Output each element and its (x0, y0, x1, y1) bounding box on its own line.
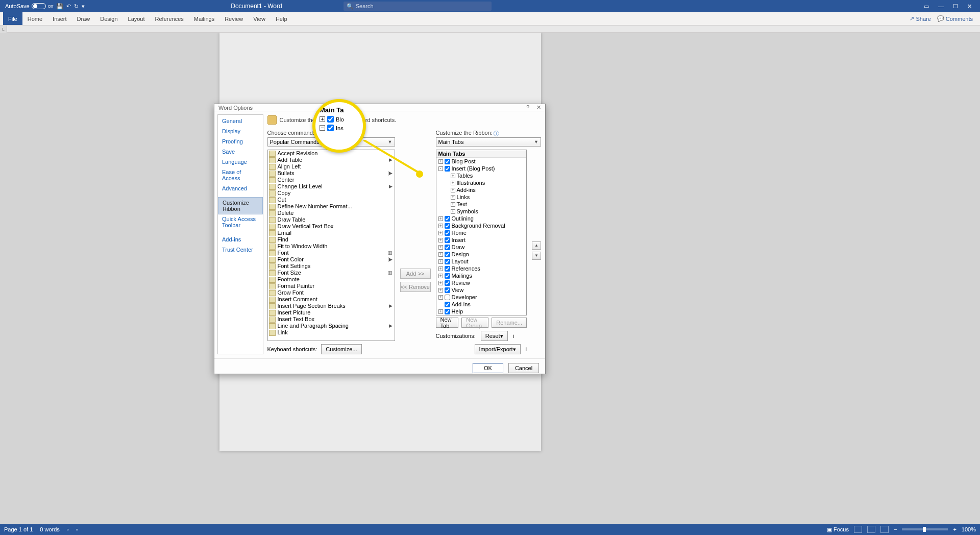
rename-button[interactable]: Rename... (492, 318, 527, 328)
tree-checkbox[interactable] (445, 287, 450, 293)
tab-review[interactable]: Review (219, 12, 248, 25)
remove-button[interactable]: << Remove (400, 282, 431, 292)
search-box[interactable]: 🔍 Search (344, 2, 492, 11)
tree-item[interactable]: +Symbols (436, 208, 526, 215)
tab-insert[interactable]: Insert (47, 12, 72, 25)
nav-item-customize-ribbon[interactable]: Customize Ribbon (218, 197, 263, 214)
tree-item[interactable]: +Layout (436, 258, 526, 265)
tree-checkbox[interactable] (445, 252, 450, 257)
cancel-button[interactable]: Cancel (508, 363, 539, 373)
page-indicator[interactable]: Page 1 of 1 (4, 526, 33, 532)
maximize-icon[interactable]: ☐ (953, 3, 958, 10)
nav-item-advanced[interactable]: Advanced (218, 183, 263, 193)
tree-checkbox[interactable] (445, 166, 450, 172)
nav-item-add-ins[interactable]: Add-ins (218, 234, 263, 245)
expand-icon[interactable]: + (438, 288, 443, 293)
autosave-toggle[interactable]: AutoSave Off (5, 3, 53, 9)
tree-item[interactable]: -Insert (Blog Post) (436, 165, 526, 172)
expand-icon[interactable]: + (438, 216, 443, 221)
expand-icon[interactable]: + (438, 231, 443, 235)
nav-item-general[interactable]: General (218, 116, 263, 126)
reset-button[interactable]: Reset ▾ (481, 331, 508, 341)
tree-checkbox[interactable] (445, 295, 450, 300)
share-button[interactable]: ↗ Share (910, 15, 930, 22)
move-up-button[interactable]: ▲ (532, 241, 541, 250)
tree-item[interactable]: +Mailings (436, 272, 526, 279)
tree-checkbox[interactable] (445, 245, 450, 250)
tree-item[interactable]: +Draw (436, 244, 526, 251)
expand-icon[interactable]: + (438, 309, 443, 314)
tree-item[interactable]: +Illustrations (436, 179, 526, 186)
command-item[interactable]: Grow Font (268, 289, 395, 296)
nav-item-display[interactable]: Display (218, 126, 263, 136)
web-layout-icon[interactable] (880, 526, 889, 533)
tab-home[interactable]: Home (22, 12, 47, 25)
tree-checkbox[interactable] (445, 259, 450, 264)
tree-checkbox[interactable] (445, 230, 450, 236)
expand-icon[interactable]: + (438, 252, 443, 257)
command-item[interactable]: Add Table▶ (268, 157, 395, 163)
tree-item[interactable]: +Links (436, 193, 526, 201)
command-item[interactable]: Link (268, 329, 395, 336)
nav-item-save[interactable]: Save (218, 147, 263, 157)
command-item[interactable]: Footnote (268, 276, 395, 283)
zoom-out-button[interactable]: − (894, 526, 897, 532)
tree-item[interactable]: +View (436, 286, 526, 294)
command-item[interactable]: Define New Number Format... (268, 203, 395, 210)
tree-item[interactable]: +Design (436, 251, 526, 258)
expand-icon[interactable]: + (451, 209, 455, 214)
tree-checkbox[interactable] (445, 280, 450, 286)
expand-icon[interactable]: + (438, 274, 443, 278)
nav-item-proofing[interactable]: Proofing (218, 136, 263, 147)
redo-icon[interactable]: ↻ (74, 3, 79, 10)
command-item[interactable]: Draw Vertical Text Box (268, 223, 395, 230)
command-item[interactable]: Center (268, 177, 395, 183)
tree-checkbox[interactable] (445, 223, 450, 229)
command-item[interactable]: Insert Picture (268, 309, 395, 316)
tab-file[interactable]: File (3, 12, 22, 25)
tree-checkbox[interactable] (445, 302, 450, 307)
command-item[interactable]: Font Size▥ (268, 270, 395, 276)
customize-keyboard-button[interactable]: Customize... (321, 344, 361, 354)
command-item[interactable]: Line and Paragraph Spacing▶ (268, 323, 395, 329)
command-item[interactable]: Change List Level▶ (268, 183, 395, 190)
zoom-slider[interactable] (902, 528, 948, 530)
command-item[interactable]: Insert Comment (268, 296, 395, 303)
nav-item-language[interactable]: Language (218, 157, 263, 167)
minimize-icon[interactable]: — (938, 3, 944, 10)
command-item[interactable]: Align Left (268, 163, 395, 170)
command-item[interactable]: Draw Table (268, 216, 395, 223)
expand-icon[interactable]: + (438, 295, 443, 300)
spell-check-icon[interactable]: ▫ (67, 526, 69, 532)
toggle-switch[interactable] (32, 3, 46, 9)
info-icon[interactable]: i (526, 346, 527, 352)
nav-item-quick-access-toolbar[interactable]: Quick Access Toolbar (218, 214, 263, 230)
info-icon[interactable]: i (513, 333, 514, 339)
dialog-close-icon[interactable]: ✕ (536, 104, 541, 111)
nav-item-ease-of-access[interactable]: Ease of Access (218, 167, 263, 183)
expand-icon[interactable]: + (451, 202, 455, 207)
move-down-button[interactable]: ▼ (532, 252, 541, 260)
accessibility-icon[interactable]: ▫ (76, 526, 78, 532)
command-item[interactable]: Fit to Window Width (268, 243, 395, 250)
tab-design[interactable]: Design (95, 12, 122, 25)
ribbon-tabs-tree[interactable]: Main Tabs +Blog Post-Insert (Blog Post)+… (436, 150, 527, 315)
expand-icon[interactable]: + (438, 259, 443, 264)
word-count[interactable]: 0 words (40, 526, 60, 532)
expand-icon[interactable]: + (438, 281, 443, 285)
tree-item[interactable]: +References (436, 265, 526, 272)
nav-item-trust-center[interactable]: Trust Center (218, 245, 263, 255)
tab-draw[interactable]: Draw (72, 12, 95, 25)
command-item[interactable]: Font▥ (268, 250, 395, 256)
tree-item[interactable]: +Developer (436, 294, 526, 301)
tab-selector-icon[interactable]: L (0, 26, 7, 33)
customize-ribbon-combo[interactable]: Main Tabs▼ (436, 137, 541, 147)
zoom-in-button[interactable]: + (953, 526, 956, 532)
command-item[interactable]: Bullets|▶ (268, 170, 395, 177)
tree-item[interactable]: +Help (436, 308, 526, 315)
tab-view[interactable]: View (248, 12, 271, 25)
tab-references[interactable]: References (150, 12, 189, 25)
tree-checkbox[interactable] (445, 309, 450, 314)
qat-customize-icon[interactable]: ▾ (82, 3, 85, 10)
tree-checkbox[interactable] (445, 273, 450, 279)
